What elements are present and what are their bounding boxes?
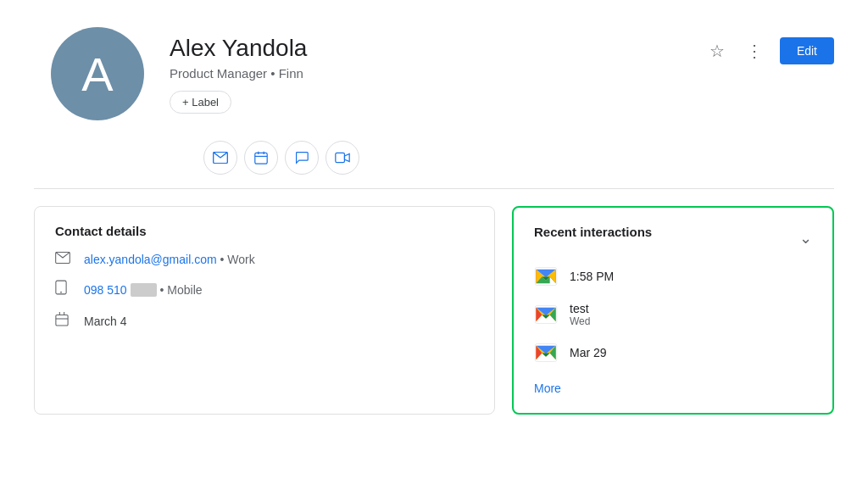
profile-name: Alex Yandola <box>170 34 307 63</box>
phone-blurred <box>131 283 157 297</box>
phone-link[interactable]: 098 510 <box>84 283 160 297</box>
gmail-icon-1 <box>534 265 558 288</box>
svg-rect-5 <box>336 153 345 162</box>
star-icon: ☆ <box>709 41 725 61</box>
more-button[interactable]: ⋮ <box>737 34 771 68</box>
calendar-action-button[interactable] <box>244 141 278 175</box>
profile-info: Alex Yandola Product Manager • Finn + La… <box>170 27 307 114</box>
profile-subtitle: Product Manager • Finn <box>170 66 307 81</box>
interaction-3-text: Mar 29 <box>570 346 607 359</box>
email-action-button[interactable] <box>203 141 237 175</box>
edit-button[interactable]: Edit <box>780 37 834 64</box>
interaction-item-1[interactable]: 1:58 PM <box>534 265 812 288</box>
profile-separator: • <box>270 66 278 81</box>
recent-interactions-title: Recent interactions <box>534 225 652 239</box>
email-action-icon <box>213 152 228 164</box>
more-link[interactable]: More <box>534 382 561 395</box>
avatar: A <box>51 27 144 120</box>
interaction-1-time: 1:58 PM <box>570 270 614 283</box>
phone-detail-icon <box>55 280 72 299</box>
gmail-icon-2 <box>534 303 558 326</box>
collapse-icon[interactable]: ⌄ <box>799 229 812 248</box>
profile-actions: ☆ ⋮ Edit <box>700 34 834 68</box>
calendar-action-icon <box>254 151 268 164</box>
interaction-3-time: Mar 29 <box>570 346 607 359</box>
more-icon: ⋮ <box>746 41 763 61</box>
interaction-2-subject: test <box>570 302 590 315</box>
email-type-label: Work <box>227 253 254 266</box>
phone-number: 098 510 <box>84 283 127 297</box>
video-action-button[interactable] <box>326 141 359 175</box>
birthday-detail-icon <box>55 311 72 331</box>
star-button[interactable]: ☆ <box>700 34 734 68</box>
interaction-1-text: 1:58 PM <box>570 270 614 283</box>
interaction-item-2[interactable]: test Wed <box>534 302 812 327</box>
chat-action-button[interactable] <box>285 141 319 175</box>
phone-separator: • <box>160 283 168 297</box>
profile-section: A Alex Yandola Product Manager • Finn + … <box>0 0 868 137</box>
svg-rect-1 <box>255 153 267 164</box>
page: A Alex Yandola Product Manager • Finn + … <box>0 0 868 479</box>
email-detail-icon <box>55 250 72 268</box>
interaction-2-sub: Wed <box>570 315 590 327</box>
svg-point-7 <box>60 292 62 293</box>
action-icons-row <box>34 137 834 189</box>
interaction-item-3[interactable]: Mar 29 <box>534 341 812 365</box>
recent-interactions-card: Recent interactions ⌄ <box>512 206 834 415</box>
main-content: Contact details alex.yandola@gmail.com •… <box>0 189 868 432</box>
interaction-2-text: test Wed <box>570 302 590 327</box>
contact-details-title: Contact details <box>55 224 474 238</box>
label-button[interactable]: + Label <box>170 91 231 114</box>
email-detail-text: alex.yandola@gmail.com • Work <box>84 253 255 266</box>
profile-job-title: Product Manager <box>170 66 267 81</box>
birthday-detail-text: March 4 <box>84 315 127 328</box>
profile-company: Finn <box>279 66 303 81</box>
chat-action-icon <box>295 151 309 164</box>
svg-rect-8 <box>56 315 68 326</box>
email-link[interactable]: alex.yandola@gmail.com <box>84 253 217 266</box>
gmail-icon-3 <box>534 341 558 365</box>
recent-interactions-header: Recent interactions ⌄ <box>534 225 812 251</box>
video-action-icon <box>335 152 350 164</box>
phone-detail-text: 098 510 • Mobile <box>84 283 203 297</box>
email-detail-row: alex.yandola@gmail.com • Work <box>55 250 474 268</box>
email-type: • <box>220 253 228 266</box>
phone-type-label: Mobile <box>167 283 202 297</box>
phone-detail-row: 098 510 • Mobile <box>55 280 474 299</box>
contact-details-card: Contact details alex.yandola@gmail.com •… <box>34 206 495 415</box>
avatar-letter: A <box>81 47 113 102</box>
birthday-detail-row: March 4 <box>55 311 474 331</box>
